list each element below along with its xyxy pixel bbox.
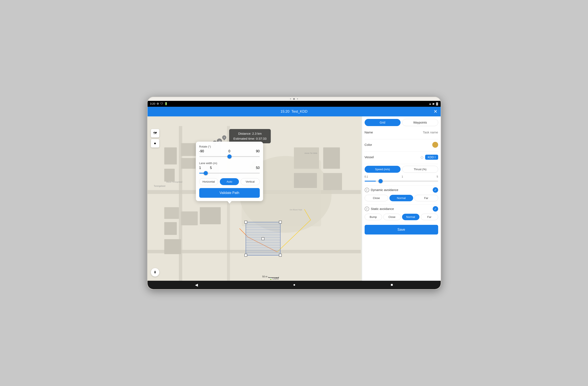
svg-rect-17 xyxy=(200,207,221,224)
static-close-btn[interactable]: Close xyxy=(383,214,401,220)
svg-rect-19 xyxy=(294,173,317,188)
dynamic-normal-btn[interactable]: Normal xyxy=(389,195,413,201)
svg-rect-13 xyxy=(164,207,179,219)
map-marker-2[interactable]: 2 xyxy=(222,135,226,140)
close-button[interactable]: ✕ xyxy=(434,109,437,114)
map-sidebar: 🗺 ■ xyxy=(151,129,159,147)
tab-waypoints[interactable]: Waypoints xyxy=(402,119,438,126)
divider-4 xyxy=(365,185,438,185)
rotate-slider[interactable] xyxy=(199,156,260,157)
speed-slider-section: 0.1 1 5 xyxy=(365,175,438,183)
rotate-center: 0 xyxy=(229,149,230,153)
time-label: Estimated time: 0:37:33 xyxy=(233,136,267,141)
svg-rect-48 xyxy=(262,237,264,240)
svg-rect-29 xyxy=(246,222,280,255)
color-label: Color xyxy=(365,143,372,146)
thrust-tab[interactable]: Thrust (%) xyxy=(402,166,438,173)
battery-level: ▓ xyxy=(436,102,438,105)
panel-body: Name Color Vessel ◇ KDD I xyxy=(362,126,441,281)
status-bar: 3:20 ⚙ 🛡 🔋 ▲ ▶ ▓ xyxy=(147,101,441,107)
home-button[interactable]: ● xyxy=(289,281,300,289)
color-swatch[interactable] xyxy=(432,142,438,148)
rotate-row: Rotate (°) -90 0 90 xyxy=(199,145,260,159)
header-title: Test_KDD xyxy=(292,109,308,114)
svg-rect-16 xyxy=(181,211,198,225)
wifi-icon: ▲ xyxy=(429,102,431,105)
distance-label: Distance: 2.3 km xyxy=(233,131,267,136)
divider-2 xyxy=(365,151,438,152)
lane-slider-wrap xyxy=(199,170,260,175)
validate-path-button[interactable]: Validate Path xyxy=(199,188,260,198)
dynamic-avoidance-label: Dynamic avoidance xyxy=(371,188,431,192)
static-avoidance-check[interactable]: ✓ xyxy=(433,206,438,212)
dynamic-far-btn[interactable]: Far xyxy=(414,195,438,201)
svg-rect-43 xyxy=(246,222,280,255)
back-button[interactable]: ◀ xyxy=(191,281,202,289)
static-info-icon[interactable]: i xyxy=(365,206,369,211)
recents-button[interactable]: ■ xyxy=(386,281,397,289)
svg-text:Blauw Torengeleed: Blauw Torengeleed xyxy=(166,181,182,183)
signal-icon: ▶ xyxy=(433,102,435,105)
vessel-diamond-icon: ◇ xyxy=(420,155,423,160)
svg-rect-44 xyxy=(244,221,247,223)
static-far-btn[interactable]: Far xyxy=(421,214,438,220)
vessel-label: Vessel xyxy=(365,155,374,159)
divider-3 xyxy=(365,164,438,164)
speed-max: 5 xyxy=(437,175,438,178)
dynamic-avoidance-row: i Dynamic avoidance ✓ xyxy=(365,187,438,193)
svg-rect-47 xyxy=(279,254,281,256)
static-info-i: i xyxy=(366,207,367,210)
svg-rect-8 xyxy=(164,169,175,182)
check-icon: ✓ xyxy=(434,188,437,192)
task-name-input[interactable] xyxy=(375,130,438,134)
speed-range-labels: 0.1 1 5 xyxy=(365,175,438,178)
auto-btn[interactable]: Auto xyxy=(220,178,239,185)
layers-icon: 🗺 xyxy=(153,131,157,135)
static-avoidance-buttons: Bump Close Normal Far xyxy=(365,214,438,220)
svg-rect-7 xyxy=(164,147,177,164)
camera-dot xyxy=(293,98,295,100)
lane-width-row: Lane width (m) 1 5 50 xyxy=(199,162,260,175)
static-check-icon: ✓ xyxy=(434,207,437,211)
app-container: 15:20 Test_KDD ✕ xyxy=(147,107,441,281)
dynamic-info-icon[interactable]: i xyxy=(365,188,369,192)
clock: 3:20 xyxy=(150,102,155,105)
svg-rect-2 xyxy=(147,250,361,253)
tab-grid[interactable]: Grid xyxy=(365,119,400,126)
speed-thrust-tabs: Speed (m/s) Thrust (%) xyxy=(365,166,438,173)
horizontal-btn[interactable]: Horizontal xyxy=(199,178,218,185)
popup-panel: Rotate (°) -90 0 90 Lane width (m) 1 xyxy=(196,142,263,201)
dynamic-close-btn[interactable]: Close xyxy=(365,195,388,201)
lane-slider[interactable] xyxy=(199,173,260,174)
lane-max: 50 xyxy=(256,166,260,170)
static-avoidance-label: Static avoidance xyxy=(371,207,431,211)
download-button[interactable]: ⬇ xyxy=(151,268,159,277)
stop-icon: ■ xyxy=(154,142,156,145)
orientation-buttons: Horizontal Auto Vertical xyxy=(199,178,260,185)
save-button[interactable]: Save xyxy=(365,225,438,235)
map-area[interactable]: Torengeleed Blauw Torengeleed Joune Ter-… xyxy=(147,116,361,281)
bottom-nav: ◀ ● ■ xyxy=(147,281,441,289)
dynamic-avoidance-check[interactable]: ✓ xyxy=(433,187,438,193)
speed-tab[interactable]: Speed (m/s) xyxy=(365,166,400,173)
rotate-label: Rotate (°) xyxy=(199,145,260,148)
layers-button[interactable]: 🗺 xyxy=(151,129,159,137)
static-bump-btn[interactable]: Bump xyxy=(365,214,382,220)
vertical-btn[interactable]: Vertical xyxy=(241,178,260,185)
leaflet-attribution: 🍃 Leaflet xyxy=(269,278,279,280)
svg-rect-18 xyxy=(294,147,319,169)
lane-min: 1 xyxy=(199,166,201,170)
rotate-slider-wrap xyxy=(199,153,260,159)
info-box: Distance: 2.3 km Estimated time: 0:37:33 xyxy=(229,129,271,143)
shield-icon: 🛡 xyxy=(160,102,163,105)
speed-slider[interactable] xyxy=(365,181,438,182)
vessel-badge[interactable]: KDD I xyxy=(425,155,438,160)
svg-text:De Blauw Noje: De Blauw Noje xyxy=(290,209,302,211)
dynamic-avoidance-buttons: Close Normal Far xyxy=(365,195,438,201)
static-normal-btn[interactable]: Normal xyxy=(402,214,420,220)
stop-button[interactable]: ■ xyxy=(151,139,159,147)
lane-label: Lane width (m) xyxy=(199,162,260,165)
rotate-min: -90 xyxy=(199,149,204,153)
svg-text:Torengeleed: Torengeleed xyxy=(154,185,165,187)
divider-5 xyxy=(365,204,438,204)
